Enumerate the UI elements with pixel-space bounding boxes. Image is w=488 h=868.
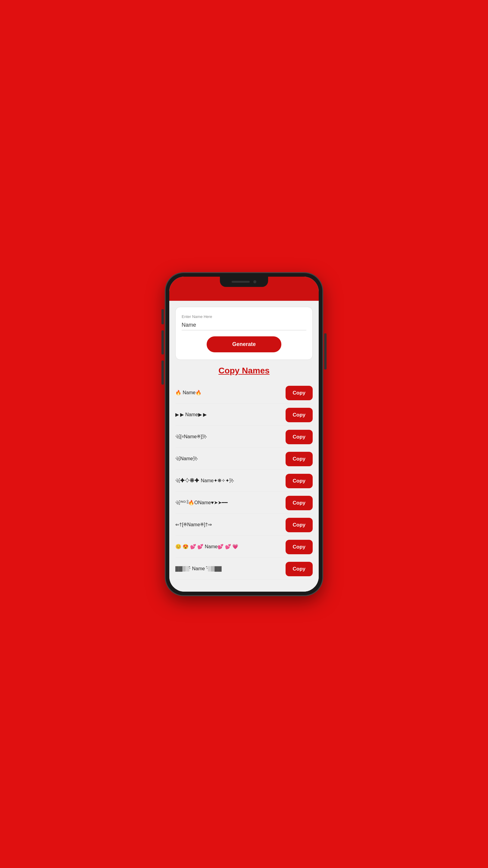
notch-camera — [253, 280, 256, 283]
name-row: 🔥 Name🔥 Copy — [175, 383, 313, 404]
name-text-7: ⇐†[※Name※]†⇒ — [175, 521, 283, 528]
name-row: ꧁[※Name※]꧂ Copy — [175, 427, 313, 447]
copy-button-6[interactable]: Copy — [286, 496, 313, 510]
name-text-5: ꧁✦✧❋✦ Name✦❋✧✦꧂ — [175, 477, 283, 484]
name-row: ꧁✦✧❋✦ Name✦❋✧✦꧂ Copy — [175, 471, 313, 492]
volume-up-button — [161, 309, 164, 324]
name-text-2: ▶ ▶ Name▶ ▶ — [175, 411, 283, 418]
name-text-4: ꧁Name꧂ — [175, 456, 283, 462]
name-row: 😊 😍 💕 💕 Name💕 💕 💗 Copy — [175, 537, 313, 558]
power-button — [324, 333, 327, 370]
generate-button[interactable]: Generate — [207, 336, 281, 352]
copy-button-4[interactable]: Copy — [286, 452, 313, 466]
copy-button-2[interactable]: Copy — [286, 408, 313, 422]
app-content: Enter Name Here Generate Copy Names 🔥 Na… — [169, 301, 319, 592]
name-list: 🔥 Name🔥 Copy ▶ ▶ Name▶ ▶ Copy ꧁[※Name※]꧂… — [175, 383, 313, 580]
phone-mockup: Enter Name Here Generate Copy Names 🔥 Na… — [166, 273, 322, 595]
input-card: Enter Name Here Generate — [175, 307, 313, 360]
copy-button-1[interactable]: Copy — [286, 386, 313, 400]
silent-switch — [161, 361, 164, 384]
copy-button-8[interactable]: Copy — [286, 540, 313, 554]
phone-header — [169, 277, 319, 301]
copy-button-9[interactable]: Copy — [286, 562, 313, 576]
name-text-3: ꧁[※Name※]꧂ — [175, 433, 283, 440]
phone-screen: Enter Name Here Generate Copy Names 🔥 Na… — [169, 277, 319, 592]
name-text-1: 🔥 Name🔥 — [175, 390, 283, 396]
notch — [220, 277, 268, 287]
name-input[interactable] — [182, 320, 306, 330]
volume-down-button — [161, 330, 164, 354]
name-row: ⇐†[※Name※]†⇒ Copy — [175, 515, 313, 535]
name-row: ꧁ᴵᴺᴰ᭄🔥OName♥➤➤━━ Copy — [175, 493, 313, 514]
section-title: Copy Names — [175, 366, 313, 375]
name-row: ▶ ▶ Name▶ ▶ Copy — [175, 405, 313, 426]
notch-bar — [232, 281, 250, 283]
copy-button-5[interactable]: Copy — [286, 474, 313, 488]
input-label: Enter Name Here — [182, 314, 306, 319]
name-row: ꧁Name꧂ Copy — [175, 449, 313, 470]
name-row: ▓▓▒░·̂ Name ·̂░▒▓▓ Copy — [175, 559, 313, 580]
copy-button-7[interactable]: Copy — [286, 518, 313, 532]
name-text-8: 😊 😍 💕 💕 Name💕 💕 💗 — [175, 544, 283, 550]
name-text-6: ꧁ᴵᴺᴰ᭄🔥OName♥➤➤━━ — [175, 499, 283, 506]
name-text-9: ▓▓▒░·̂ Name ·̂░▒▓▓ — [175, 565, 283, 572]
copy-button-3[interactable]: Copy — [286, 430, 313, 444]
